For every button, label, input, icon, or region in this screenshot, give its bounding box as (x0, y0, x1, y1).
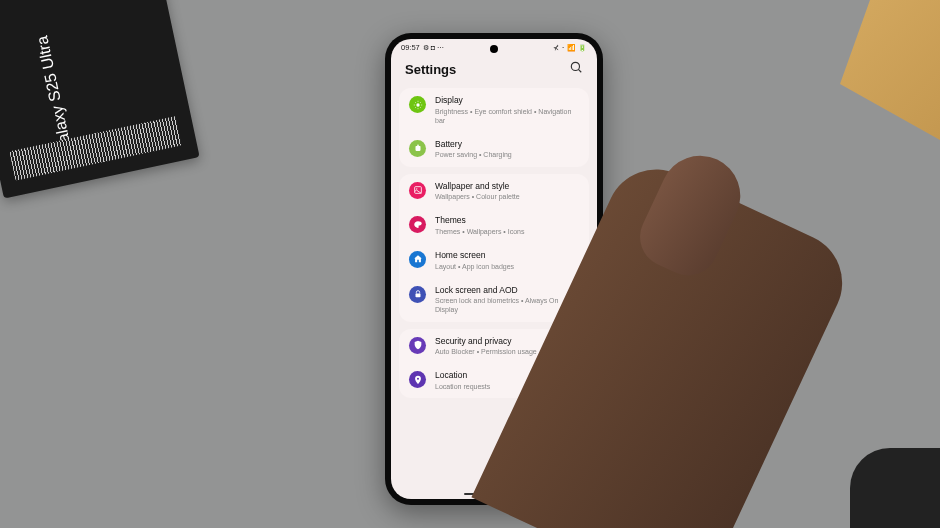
wooden-object (840, 0, 940, 140)
camera-punch-hole (490, 45, 498, 53)
settings-header: Settings (391, 54, 597, 88)
product-box: Galaxy S25 Ultra (0, 0, 200, 198)
svg-point-6 (416, 188, 417, 189)
page-title: Settings (405, 62, 456, 77)
item-subtitle: Themes • Wallpapers • Icons (435, 227, 579, 236)
item-title: Display (435, 95, 579, 106)
item-title: Battery (435, 139, 579, 150)
settings-group: Wallpaper and style Wallpapers • Colour … (399, 174, 589, 322)
status-left: 09:57 ⚙ ◘ ⋯ (401, 43, 444, 52)
item-title: Lock screen and AOD (435, 285, 579, 296)
item-title: Themes (435, 215, 579, 226)
search-button[interactable] (569, 60, 583, 78)
settings-item-battery[interactable]: Battery Power saving • Charging (399, 132, 589, 167)
display-icon (409, 96, 426, 113)
settings-group: Display Brightness • Eye comfort shield … (399, 88, 589, 167)
settings-item-wallpaper[interactable]: Wallpaper and style Wallpapers • Colour … (399, 174, 589, 209)
search-icon (569, 60, 583, 74)
themes-icon (409, 216, 426, 233)
wallpaper-icon (409, 182, 426, 199)
svg-rect-4 (417, 145, 419, 146)
location-icon (409, 371, 426, 388)
settings-item-themes[interactable]: Themes Themes • Wallpapers • Icons (399, 208, 589, 243)
settings-item-display[interactable]: Display Brightness • Eye comfort shield … (399, 88, 589, 132)
item-subtitle: Layout • App icon badges (435, 262, 579, 271)
svg-rect-3 (415, 146, 420, 151)
home-icon (409, 251, 426, 268)
item-title: Home screen (435, 250, 579, 261)
item-subtitle: Power saving • Charging (435, 150, 579, 159)
item-text: Display Brightness • Eye comfort shield … (435, 95, 579, 125)
status-time: 09:57 (401, 43, 420, 52)
item-text: Wallpaper and style Wallpapers • Colour … (435, 181, 579, 202)
status-indicators-right: ⊀ ⬝ 📶 🔋 (553, 44, 587, 52)
shield-icon (409, 337, 426, 354)
item-text: Themes Themes • Wallpapers • Icons (435, 215, 579, 236)
item-title: Wallpaper and style (435, 181, 579, 192)
item-subtitle: Wallpapers • Colour palette (435, 192, 579, 201)
battery-icon (409, 140, 426, 157)
item-text: Home screen Layout • App icon badges (435, 250, 579, 271)
item-subtitle: Brightness • Eye comfort shield • Naviga… (435, 107, 579, 125)
svg-point-8 (416, 377, 418, 379)
status-right: ⊀ ⬝ 📶 🔋 (553, 44, 587, 52)
box-barcode (9, 116, 182, 181)
svg-line-1 (578, 69, 581, 72)
settings-item-home[interactable]: Home screen Layout • App icon badges (399, 243, 589, 278)
dark-object (850, 448, 940, 528)
status-indicators-left: ⚙ ◘ ⋯ (423, 44, 444, 52)
svg-rect-7 (415, 294, 420, 298)
item-text: Battery Power saving • Charging (435, 139, 579, 160)
svg-point-0 (571, 62, 579, 70)
svg-point-2 (416, 103, 419, 106)
lock-icon (409, 286, 426, 303)
